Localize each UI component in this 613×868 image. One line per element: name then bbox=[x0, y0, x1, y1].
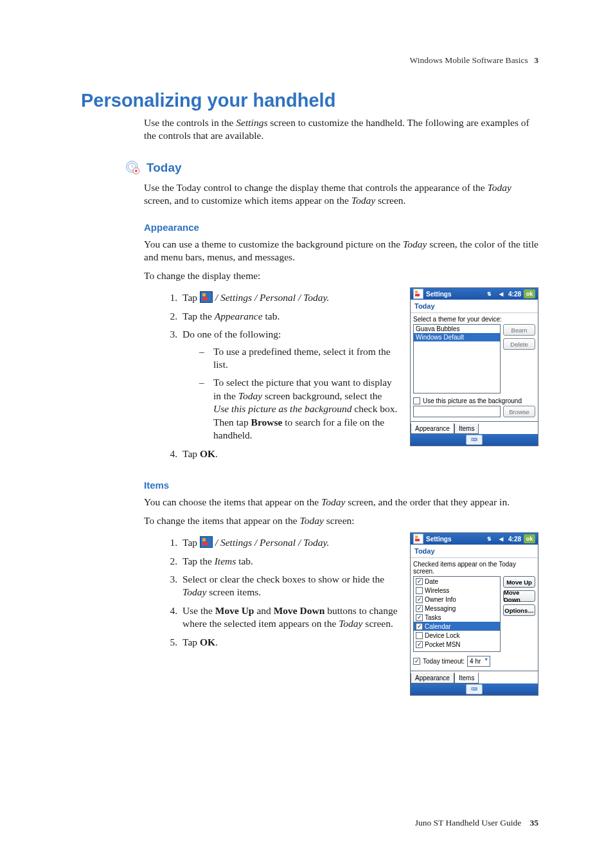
appearance-two-col: Tap / Settings / Personal / Today. Tap t… bbox=[144, 287, 538, 466]
item-checkbox[interactable]: ✓ bbox=[416, 596, 423, 603]
delete-button[interactable]: Delete bbox=[503, 338, 535, 350]
theme-item-0[interactable]: Guava Bubbles bbox=[414, 325, 500, 333]
items-step-2: Tap the Items tab. bbox=[180, 555, 398, 568]
wm-menubar: ⌨ bbox=[411, 683, 538, 695]
tab-items[interactable]: Items bbox=[454, 424, 479, 434]
wm-body: Select a theme for your device: Guava Bu… bbox=[411, 313, 538, 421]
items-row[interactable]: ✓Owner Info bbox=[414, 595, 500, 604]
options-button[interactable]: Options… bbox=[503, 604, 535, 616]
page-footer: Juno ST Handheld User Guide 35 bbox=[415, 818, 538, 828]
tab-appearance[interactable]: Appearance bbox=[411, 673, 454, 683]
move-down-button[interactable]: Move Down bbox=[503, 590, 535, 602]
start-menu-icon[interactable] bbox=[413, 534, 423, 544]
item-checkbox[interactable] bbox=[416, 587, 423, 594]
volume-icon[interactable]: ◀ bbox=[497, 289, 506, 298]
chapter-number: 3 bbox=[534, 55, 538, 65]
appearance-step-1: Tap / Settings / Personal / Today. bbox=[180, 291, 398, 304]
picture-path-input[interactable] bbox=[413, 406, 501, 417]
beam-button[interactable]: Beam bbox=[503, 324, 535, 336]
start-icon bbox=[200, 536, 213, 548]
item-checkbox[interactable]: ✓ bbox=[416, 605, 423, 612]
items-step-1: Tap / Settings / Personal / Today. bbox=[180, 536, 398, 549]
items-row[interactable]: ✓Pocket MSN bbox=[414, 640, 500, 649]
ok-button[interactable]: ok bbox=[524, 289, 535, 298]
ok-button[interactable]: ok bbox=[524, 534, 535, 543]
items-row[interactable]: ✓Tasks bbox=[414, 613, 500, 622]
wm-subtitle: Today bbox=[411, 300, 538, 313]
appearance-step-4: Tap OK. bbox=[180, 448, 398, 460]
svg-rect-3 bbox=[135, 170, 137, 172]
footer-title: Juno ST Handheld User Guide bbox=[415, 818, 521, 827]
running-header-title: Windows Mobile Software Basics bbox=[410, 55, 528, 65]
items-row[interactable]: ✓Calendar bbox=[414, 622, 500, 631]
appearance-bullets: To use a predefined theme, select it fro… bbox=[182, 345, 398, 442]
appearance-p1: You can use a theme to customize the bac… bbox=[144, 238, 538, 264]
items-listbox[interactable]: ✓DateWireless✓Owner Info✓Messaging✓Tasks… bbox=[413, 576, 501, 652]
wm-tabs: Appearance Items bbox=[411, 421, 538, 434]
item-checkbox[interactable]: ✓ bbox=[416, 623, 423, 630]
today-timeout-label: Today timeout: bbox=[423, 658, 465, 665]
today-icon bbox=[125, 159, 141, 176]
use-picture-label: Use this picture as the background bbox=[423, 397, 522, 404]
item-checkbox[interactable]: ✓ bbox=[416, 578, 423, 585]
move-up-button[interactable]: Move Up bbox=[503, 576, 535, 588]
items-heading: Items bbox=[144, 480, 538, 491]
start-menu-icon[interactable] bbox=[413, 289, 423, 299]
keyboard-icon[interactable]: ⌨ bbox=[466, 684, 483, 694]
theme-item-1[interactable]: Windows Default bbox=[414, 333, 500, 341]
items-row[interactable]: ✓Messaging bbox=[414, 604, 500, 613]
appearance-step-3: Do one of the following: To use a predef… bbox=[180, 328, 398, 442]
items-p1: You can choose the items that appear on … bbox=[144, 496, 538, 509]
item-checkbox[interactable] bbox=[416, 632, 423, 639]
wm-title: Settings bbox=[426, 291, 451, 298]
intro-block: Use the controls in the Settings screen … bbox=[144, 116, 538, 143]
item-label: Wireless bbox=[425, 587, 449, 594]
connectivity-icon[interactable]: ⇅ bbox=[485, 534, 494, 543]
today-heading: Today bbox=[147, 161, 182, 175]
item-label: Messaging bbox=[425, 605, 456, 612]
today-timeout-select[interactable]: 4 hr bbox=[467, 656, 490, 667]
running-header: Windows Mobile Software Basics 3 bbox=[410, 55, 538, 66]
today-body: Use the Today control to change the disp… bbox=[144, 181, 538, 696]
wm-menubar: ⌨ bbox=[411, 434, 538, 446]
items-step-4: Use the Move Up and Move Down buttons to… bbox=[180, 604, 398, 631]
today-desc: Use the Today control to change the disp… bbox=[144, 181, 538, 208]
item-label: Date bbox=[425, 578, 438, 585]
intro-paragraph: Use the controls in the Settings screen … bbox=[144, 116, 538, 143]
item-checkbox[interactable]: ✓ bbox=[416, 614, 423, 621]
item-label: Calendar bbox=[425, 623, 451, 630]
items-row[interactable]: Wireless bbox=[414, 586, 500, 595]
item-label: Owner Info bbox=[425, 596, 456, 603]
wm-appearance-window: Settings ⇅ ◀ 4:28 ok Today Select a them… bbox=[410, 287, 538, 446]
page-number: 35 bbox=[530, 818, 539, 827]
use-picture-checkbox[interactable] bbox=[413, 397, 420, 404]
item-label: Tasks bbox=[425, 614, 441, 621]
wm-titlebar: Settings ⇅ ◀ 4:28 ok bbox=[411, 288, 538, 300]
items-step-3: Select or clear the check boxes to show … bbox=[180, 573, 398, 599]
items-two-col: Tap / Settings / Personal / Today. Tap t… bbox=[144, 532, 538, 696]
item-checkbox[interactable]: ✓ bbox=[416, 641, 423, 648]
items-label: Checked items appear on the Today screen… bbox=[413, 561, 535, 575]
tab-appearance[interactable]: Appearance bbox=[411, 423, 454, 434]
theme-listbox[interactable]: Guava Bubbles Windows Default bbox=[413, 324, 501, 393]
volume-icon[interactable]: ◀ bbox=[497, 534, 506, 543]
theme-label: Select a theme for your device: bbox=[413, 316, 535, 323]
document-page: Windows Mobile Software Basics 3 Persona… bbox=[0, 0, 613, 868]
wm-titlebar: Settings ⇅ ◀ 4:28 ok bbox=[411, 533, 538, 545]
keyboard-icon[interactable]: ⌨ bbox=[466, 435, 483, 445]
item-label: Device Lock bbox=[425, 632, 459, 639]
wm-items-window: Settings ⇅ ◀ 4:28 ok Today Checked items… bbox=[410, 532, 538, 696]
items-row[interactable]: ✓Date bbox=[414, 577, 500, 586]
items-p2: To change the items that appear on the T… bbox=[144, 514, 538, 527]
tab-items[interactable]: Items bbox=[454, 673, 479, 683]
wm-subtitle: Today bbox=[411, 545, 538, 558]
appearance-heading: Appearance bbox=[144, 222, 538, 233]
appearance-bullet-2: To select the picture that you want to d… bbox=[199, 376, 398, 442]
today-timeout-checkbox[interactable]: ✓ bbox=[413, 658, 420, 665]
items-row[interactable]: Device Lock bbox=[414, 631, 500, 640]
appearance-steps: Tap / Settings / Personal / Today. Tap t… bbox=[144, 291, 398, 466]
item-label: Pocket MSN bbox=[425, 641, 461, 648]
appearance-step-2: Tap the Appearance tab. bbox=[180, 310, 398, 323]
connectivity-icon[interactable]: ⇅ bbox=[485, 289, 494, 298]
browse-button[interactable]: Browse bbox=[503, 406, 535, 417]
